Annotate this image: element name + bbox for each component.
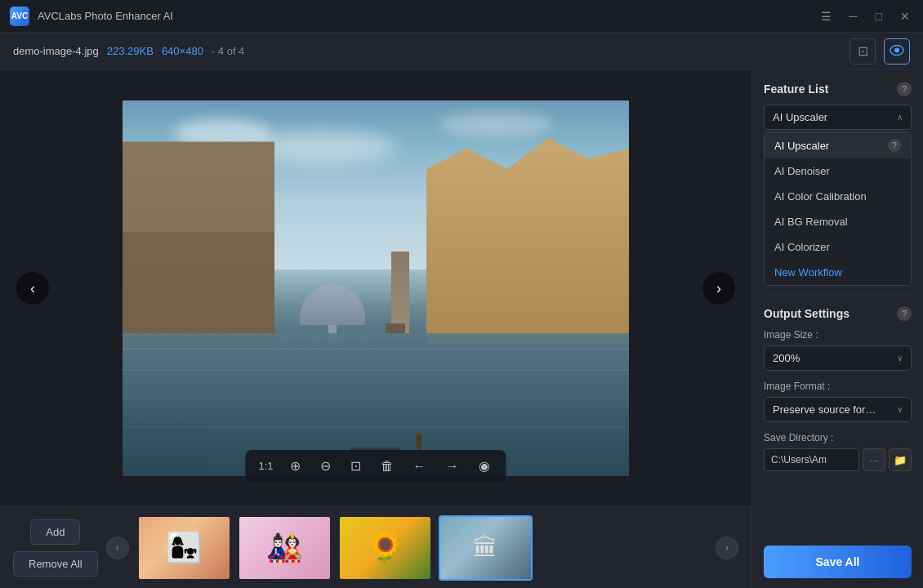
output-settings-title: Output Settings [764, 307, 849, 320]
ellipsis-icon: ··· [870, 454, 879, 466]
ellipsis-button[interactable]: ··· [863, 448, 885, 471]
image-format-value: Preserve source forma [773, 403, 879, 416]
strip-next-button[interactable]: › [716, 537, 738, 559]
thumbnail-4[interactable]: 🏛 [439, 515, 533, 581]
file-dimensions: 640×480 [162, 45, 203, 57]
remove-all-button[interactable]: Remove All [13, 551, 98, 577]
preview-icon: ◉ [479, 458, 490, 474]
zoom-in-icon: ⊕ [290, 458, 301, 474]
right-panel: Feature List ? AI Upscaler ∧ AI Upscaler… [751, 70, 923, 588]
folder-button[interactable]: 📁 [889, 448, 912, 471]
feature-list-section: Feature List ? AI Upscaler ∧ AI Upscaler… [752, 70, 923, 294]
minimize-button[interactable]: ─ [846, 8, 861, 24]
close-button[interactable]: ✕ [897, 8, 913, 24]
feature-dropdown-value: AI Upscaler [773, 111, 827, 123]
crop-view-button[interactable]: ⊡ [849, 38, 876, 65]
eye-icon [890, 44, 904, 59]
prev-button[interactable]: ← [410, 456, 430, 477]
viewer-toolbar: 1:1 ⊕ ⊖ ⊡ 🗑 ← → [245, 450, 506, 482]
window-controls: ☰ ─ □ ✕ [818, 8, 913, 24]
zoom-in-button[interactable]: ⊕ [287, 455, 304, 477]
feature-list-help-icon[interactable]: ? [897, 82, 912, 96]
ratio-label: 1:1 [258, 460, 273, 472]
zoom-out-button[interactable]: ⊖ [317, 455, 334, 477]
folder-icon: 📁 [894, 454, 907, 466]
title-bar: AVC AVCLabs Photo Enhancer AI ☰ ─ □ ✕ [0, 0, 923, 33]
file-size: 223.29KB [107, 45, 154, 57]
svg-point-1 [894, 47, 899, 52]
save-directory-row: C:\Users\Am ··· 📁 [764, 448, 912, 471]
save-all-button[interactable]: Save All [764, 546, 912, 578]
feature-dropdown-arrow: ∧ [897, 113, 903, 122]
center-area: ‹ [0, 70, 751, 588]
feature-list-title: Feature List [764, 82, 828, 96]
image-size-label: Image Size : [764, 329, 912, 341]
eye-view-button[interactable] [884, 38, 910, 65]
preview-button[interactable]: ◉ [475, 455, 493, 477]
output-settings-header: Output Settings ? [764, 306, 912, 321]
app-logo: AVC [10, 7, 29, 26]
feature-dropdown[interactable]: AI Upscaler ∧ [764, 105, 912, 130]
crop-button[interactable]: ⊡ [347, 455, 364, 477]
next-image-button[interactable]: › [702, 272, 735, 305]
bottom-panel: Add Remove All ‹ 👩‍👧 🎎 [0, 506, 751, 588]
new-workflow-link[interactable]: New Workflow [765, 260, 911, 285]
crop-icon: ⊡ [858, 43, 868, 59]
delete-button[interactable]: 🗑 [377, 456, 397, 477]
save-directory-path[interactable]: C:\Users\Am [764, 448, 859, 471]
image-format-label: Image Format : [764, 381, 912, 392]
action-buttons: Add Remove All [13, 519, 98, 577]
main-layout: ‹ [0, 70, 923, 588]
crop-icon: ⊡ [350, 458, 361, 474]
top-bar: demo-image-4.jpg 223.29KB 640×480 - 4 of… [0, 33, 923, 70]
next-icon: → [446, 459, 459, 474]
output-settings-help-icon[interactable]: ? [897, 306, 912, 321]
thumbnail-3[interactable]: 🌻 [338, 515, 432, 581]
thumbnail-1[interactable]: 👩‍👧 [137, 515, 231, 581]
image-format-arrow: ∨ [897, 405, 903, 414]
strip-prev-button[interactable]: ‹ [106, 537, 129, 559]
delete-icon: 🗑 [381, 459, 394, 474]
feature-item-bg-removal[interactable]: AI BG Removal [765, 209, 911, 234]
save-directory-label: Save Directory : [764, 432, 912, 443]
output-settings-section: Output Settings ? Image Size : 200% ∨ Im… [752, 295, 923, 479]
prev-icon: ← [413, 459, 426, 474]
feature-item-denoiser[interactable]: AI Denoiser [765, 158, 911, 184]
app-title: AVCLabs Photo Enhancer AI [38, 10, 818, 22]
upscaler-help-icon[interactable]: ? [888, 139, 901, 152]
main-image [123, 100, 629, 476]
feature-dropdown-menu: AI Upscaler ? AI Denoiser AI Color Calib… [764, 131, 912, 286]
feature-list-header: Feature List ? [764, 82, 912, 96]
zoom-out-icon: ⊖ [320, 458, 331, 474]
feature-item-color-calibration[interactable]: AI Color Calibration [765, 184, 911, 209]
image-size-value: 200% [773, 352, 800, 364]
image-viewer: ‹ [0, 70, 751, 506]
strip-next-icon: › [725, 542, 729, 554]
next-arrow-icon: › [716, 280, 721, 297]
prev-arrow-icon: ‹ [30, 280, 35, 297]
image-format-dropdown[interactable]: Preserve source forma ∨ [764, 397, 912, 422]
next-button[interactable]: → [443, 456, 462, 477]
thumbnail-strip: 👩‍👧 🎎 🌻 🏛 [137, 515, 707, 581]
strip-prev-icon: ‹ [116, 542, 119, 554]
add-button[interactable]: Add [30, 519, 80, 545]
thumbnail-2[interactable]: 🎎 [238, 515, 332, 581]
prev-image-button[interactable]: ‹ [16, 272, 49, 305]
feature-item-colorizer[interactable]: AI Colorizer [765, 234, 911, 260]
maximize-button[interactable]: □ [872, 8, 885, 24]
file-count: - 4 of 4 [212, 45, 244, 57]
image-size-arrow: ∨ [897, 354, 903, 363]
menu-button[interactable]: ☰ [818, 8, 835, 24]
file-name: demo-image-4.jpg [13, 45, 99, 57]
feature-item-upscaler[interactable]: AI Upscaler ? [765, 132, 911, 158]
image-size-dropdown[interactable]: 200% ∨ [764, 345, 912, 371]
